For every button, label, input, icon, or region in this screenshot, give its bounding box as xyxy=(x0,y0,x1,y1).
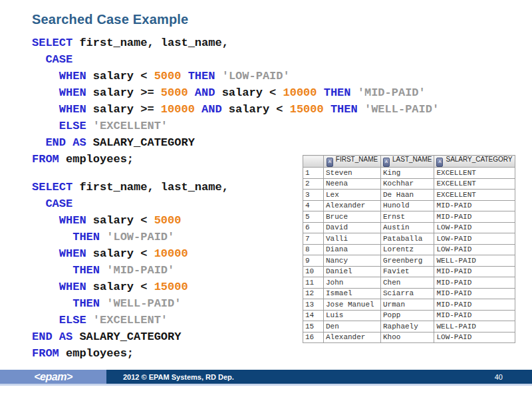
sql-token-kw: WHEN xyxy=(59,214,86,227)
row-number-cell: 6 xyxy=(303,222,324,233)
table-cell: Den xyxy=(324,321,381,332)
sql-token-pl xyxy=(181,70,188,82)
sql-token-pl xyxy=(324,103,331,116)
table-row: 7ValliPataballaLOW-PAID xyxy=(303,233,515,245)
table-row: 14LuisPoppMID-PAID xyxy=(303,310,515,321)
sql-token-pl xyxy=(32,314,59,327)
table-cell: Popp xyxy=(381,310,434,321)
copyright-text: 2012 © EPAM Systems, RD Dep. xyxy=(123,373,234,381)
table-cell: MID-PAID xyxy=(434,310,515,321)
sql-token-kw: CASE xyxy=(45,53,72,66)
table-row: 3LexDe HaanEXCELLENT xyxy=(303,190,515,201)
row-number-cell: 1 xyxy=(303,168,324,179)
column-header-label: LAST_NAME xyxy=(392,156,432,163)
page-title: Searched Case Example xyxy=(32,12,188,27)
sql-token-pl: salary >= xyxy=(86,103,161,116)
sql-token-pl: SALARY_CATEGORY xyxy=(86,136,195,149)
table-cell: Raphaely xyxy=(381,321,434,332)
sql-token-pl: salary < xyxy=(215,86,283,99)
table-cell: Steven xyxy=(324,168,381,179)
page-number: 40 xyxy=(495,373,503,381)
table-cell: Valli xyxy=(324,233,381,245)
table-row: 13Jose ManuelUrmanMID-PAID xyxy=(303,299,515,311)
sql-token-pl xyxy=(32,214,59,227)
table-cell: MID-PAID xyxy=(434,288,515,299)
table-cell: David xyxy=(324,222,381,233)
table-cell: Bruce xyxy=(324,211,381,223)
table-cell: Diana xyxy=(324,244,381,255)
sql-token-pl: salary < xyxy=(86,281,154,293)
table-cell: Sciarra xyxy=(381,288,434,299)
row-number-header xyxy=(303,156,324,168)
table-cell: John xyxy=(324,277,381,289)
sql-code-line: WHEN salary < 10000 xyxy=(32,245,229,262)
row-number-cell: 11 xyxy=(303,277,324,289)
sql-code-line: THEN 'LOW-PAID' xyxy=(32,229,229,245)
sql-code-line: CASE xyxy=(32,196,229,212)
table-row: 5BruceErnstMID-PAID xyxy=(303,211,515,223)
table-cell: Nancy xyxy=(324,255,381,267)
table-row: 2NeenaKochharEXCELLENT xyxy=(303,178,515,190)
sql-token-pl xyxy=(32,103,59,116)
sql-token-kw: FROM xyxy=(32,153,59,166)
sql-token-pl: first_name, last_name, xyxy=(72,37,229,49)
slide: Searched Case Example SELECT first_name,… xyxy=(0,0,532,399)
table-cell: Faviet xyxy=(381,266,434,277)
sql-token-pl xyxy=(32,136,45,149)
sql-token-pl: employees; xyxy=(59,347,134,360)
table-header-row: AFIRST_NAMEALAST_NAMEASALARY_CATEGORY xyxy=(303,156,515,168)
sql-token-kw: AS xyxy=(59,331,72,343)
table-row: 12IsmaelSciarraMID-PAID xyxy=(303,288,515,299)
row-number-cell: 9 xyxy=(303,255,324,267)
sql-token-str: 'WELL-PAID' xyxy=(106,297,181,310)
sql-token-kw: AS xyxy=(72,136,86,149)
sql-code-line: WHEN salary < 15000 xyxy=(32,279,229,295)
row-number-cell: 15 xyxy=(303,321,324,332)
table-row: 8DianaLorentzLOW-PAID xyxy=(303,244,515,255)
table-cell: Neena xyxy=(324,178,381,190)
sql-token-str: 'EXCELLENT' xyxy=(93,120,168,132)
table-cell: MID-PAID xyxy=(434,266,515,277)
table-cell: Alexander xyxy=(324,332,381,343)
sql-token-kw: WHEN xyxy=(59,70,86,82)
sql-token-pl xyxy=(100,264,106,277)
table-row: 10DanielFavietMID-PAID xyxy=(303,266,515,277)
table-cell: LOW-PAID xyxy=(434,332,515,343)
column-header: ALAST_NAME xyxy=(381,156,434,168)
sql-code-line: THEN 'MID-PAID' xyxy=(32,262,229,279)
row-number-cell: 2 xyxy=(303,178,324,190)
sql-token-kw: THEN xyxy=(72,297,100,310)
sql-token-kw: CASE xyxy=(45,198,72,210)
slide-footer: <epam> 2012 © EPAM Systems, RD Dep. 40 xyxy=(0,370,532,384)
row-number-cell: 8 xyxy=(303,244,324,255)
table-cell: De Haan xyxy=(381,190,434,201)
sql-token-pl xyxy=(32,264,72,277)
row-number-cell: 12 xyxy=(303,288,324,299)
table-cell: WELL-PAID xyxy=(434,255,515,267)
sql-token-kw: WHEN xyxy=(59,281,86,293)
sql-token-kw: WHEN xyxy=(59,247,86,260)
sql-token-str: 'MID-PAID' xyxy=(106,264,174,277)
sql-code-line: SELECT first_name, last_name, xyxy=(32,35,439,51)
sql-token-pl: salary < xyxy=(86,247,154,260)
row-number-cell: 13 xyxy=(303,299,324,311)
sql-token-pl xyxy=(53,331,59,343)
sql-token-str: 'LOW-PAID' xyxy=(106,231,174,243)
table-cell: Hunold xyxy=(381,200,434,211)
sql-token-kw: THEN xyxy=(324,86,351,99)
sql-token-pl xyxy=(32,120,59,132)
sql-token-pl: salary >= xyxy=(86,86,161,99)
sql-token-pl xyxy=(32,86,59,99)
row-number-cell: 14 xyxy=(303,310,324,321)
table-cell: Ernst xyxy=(381,211,434,223)
column-header: ASALARY_CATEGORY xyxy=(434,156,515,168)
table-cell: WELL-PAID xyxy=(434,321,515,332)
column-type-icon: A xyxy=(383,158,390,167)
table-cell: Greenberg xyxy=(381,255,434,267)
sql-query-block-2: SELECT first_name, last_name, CASE WHEN … xyxy=(32,179,229,362)
sql-token-str: 'LOW-PAID' xyxy=(222,70,290,82)
table-cell: Austin xyxy=(381,222,434,233)
table-cell: LOW-PAID xyxy=(434,222,515,233)
sql-token-kw: END xyxy=(32,331,53,343)
sql-token-pl xyxy=(358,103,364,116)
